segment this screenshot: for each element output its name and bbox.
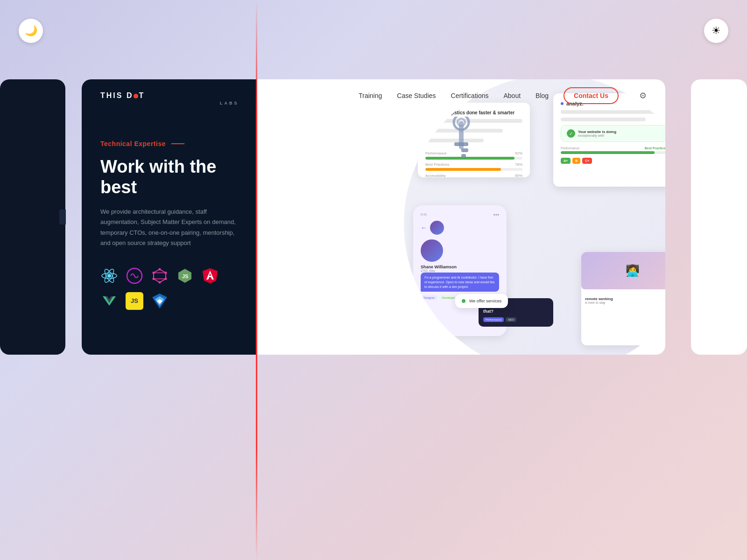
phone-status: 9:41	[421, 213, 427, 216]
logo-text: THIS DT	[100, 91, 145, 100]
hero-description: We provide architectural guidance, staff…	[100, 207, 238, 248]
navbar: THIS DT LABS Services Training Case Stud…	[82, 79, 665, 112]
dark-card-title: remote working	[585, 297, 665, 301]
logo[interactable]: THIS DT	[100, 91, 145, 100]
tag-text: Technical Expertise	[100, 140, 166, 147]
hero-text-section: Technical Expertise Work with the best W…	[82, 112, 257, 355]
svg-rect-28	[461, 154, 466, 158]
nav-certifications[interactable]: Certifications	[451, 92, 489, 99]
svg-text:JS: JS	[182, 273, 188, 279]
person-image: 👩‍💻	[581, 252, 665, 289]
right-side-panel	[691, 79, 747, 355]
tag-decoration	[171, 143, 184, 144]
panel-handle	[59, 210, 66, 224]
react-icon	[100, 267, 118, 285]
services-title: that?	[483, 309, 549, 314]
logo-dot	[134, 94, 138, 98]
tech-icons-row: JS	[100, 267, 238, 310]
nx-icon	[126, 267, 143, 285]
settings-icon[interactable]: ⚙	[639, 91, 647, 101]
dark-card-subtitle: is here to stay	[585, 301, 665, 304]
profile-avatar	[421, 239, 443, 262]
profile-role: CTO, Dev	[421, 269, 499, 273]
logo-labs-text: LABS	[220, 101, 239, 105]
key-icon	[445, 117, 478, 173]
svg-rect-27	[461, 148, 468, 152]
service-tag-1: Performance	[483, 317, 504, 322]
svg-marker-5	[154, 269, 166, 282]
mockup-card-dark: 👩‍💻 remote working is here to stay	[581, 252, 665, 345]
profile-name: Shane Williamson	[421, 265, 499, 269]
success-text: Your website is doing	[578, 130, 616, 134]
sun-icon: ☀	[712, 25, 721, 37]
vuetify-icon	[151, 292, 169, 310]
tag-chip-designer: Designer	[421, 295, 437, 300]
nav-links: Services Training Case Studies Certifica…	[319, 87, 647, 104]
angular-icon	[201, 267, 219, 285]
notification-dot	[462, 299, 465, 303]
hero-visual-section: shipping logistics done faster & smarter…	[257, 112, 665, 355]
success-subtext: exceptionally well!	[578, 134, 616, 137]
nav-blog[interactable]: Blog	[536, 92, 549, 99]
phone-signal: ●●●	[493, 213, 499, 216]
notification-card: We offer services	[455, 294, 508, 308]
nav-training[interactable]: Training	[359, 92, 382, 99]
showcase-circle: shipping logistics done faster & smarter…	[404, 79, 665, 355]
tag-line: Technical Expertise	[100, 140, 238, 147]
svg-rect-26	[454, 142, 468, 146]
key-icon-container	[445, 117, 478, 175]
moon-icon: 🌙	[25, 25, 37, 37]
phone-header: 9:41 ●●●	[421, 213, 499, 216]
service-tag-2: SEO	[506, 317, 516, 322]
vue-icon	[100, 292, 118, 310]
success-checkmark: ✓	[567, 129, 575, 138]
notification-text: We offer services	[469, 299, 501, 303]
svg-point-0	[107, 274, 111, 278]
javascript-icon: JS	[126, 292, 143, 310]
graphql-icon	[151, 267, 169, 285]
main-content: Technical Expertise Work with the best W…	[82, 112, 665, 355]
svg-point-6	[159, 268, 161, 270]
nav-case-studies[interactable]: Case Studies	[397, 92, 436, 99]
contact-button[interactable]: Contact Us	[564, 87, 619, 104]
nav-services[interactable]: Services	[319, 92, 344, 99]
left-side-panel	[0, 79, 65, 355]
light-mode-toggle[interactable]: ☀	[704, 19, 728, 43]
hero-heading: Work with the best	[100, 157, 238, 197]
nav-about[interactable]: About	[503, 92, 521, 99]
svg-point-9	[159, 281, 161, 283]
profile-message: I'm a programmer and AI contributor. I h…	[421, 273, 499, 292]
dark-mode-toggle[interactable]: 🌙	[19, 19, 43, 43]
main-card: THIS DT LABS Services Training Case Stud…	[82, 79, 665, 355]
success-notification: ✓ Your website is doing exceptionally we…	[561, 125, 665, 142]
nodejs-icon: JS	[176, 267, 194, 285]
